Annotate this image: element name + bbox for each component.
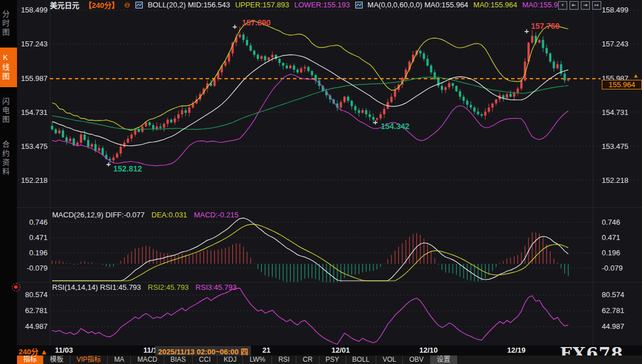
chart-plot-area[interactable] (0, 0, 642, 364)
price-axis-label: 158.499 (18, 6, 48, 14)
ma-indicator-icon[interactable] (355, 2, 363, 8)
macd-axis-label: 0.471 (602, 233, 639, 242)
macd-dea-label: DEA:0.031 (151, 211, 187, 219)
macd-pane-labels: MACD(26,12,9) DIFF:-0.077 DEA:0.031 MACD… (52, 211, 239, 219)
macd-diff-label: MACD(26,12,9) DIFF:-0.077 (52, 211, 144, 219)
time-label: 12/10 (419, 346, 438, 354)
price-up-arrow-icon: ▲ (633, 72, 639, 79)
toolbar-item-kdj[interactable]: KDJ (218, 356, 244, 364)
indicator-toolbar: 指标 模板 VIP指标 MA MACD BIAS CCI KDJ LW% RSI… (17, 356, 642, 364)
boll-lower-value: LOWER:155.193 (294, 1, 350, 9)
toolbar-item-indicator[interactable]: 指标 (17, 356, 44, 364)
toolbar-item-template[interactable]: 模板 (44, 356, 70, 364)
toolbar-item-vip-indicator[interactable]: VIP指标 (70, 356, 108, 364)
toolbar-item-cci[interactable]: CCI (193, 356, 218, 364)
toolbar-item-macd[interactable]: MACD (131, 356, 164, 364)
toolbar-item-bias[interactable]: BIAS (164, 356, 193, 364)
ma-value-yellow: MA0:155.964 (473, 1, 517, 9)
period-badge[interactable]: 【240分】 (84, 0, 119, 10)
toolbar-item-cr[interactable]: CR (296, 356, 319, 364)
symbol-title: 美元日元 (50, 0, 79, 10)
rsi-axis-label: 80.574 (18, 290, 48, 299)
period-up-arrow-icon: ▲ (40, 348, 48, 356)
extreme-marker-cross: + (373, 117, 378, 127)
price-axis-label: 155.987 (18, 74, 48, 83)
extreme-marker-cross: + (232, 22, 237, 31)
price-axis-label: 153.475 (18, 142, 48, 151)
crosshair-icon[interactable]: + (558, 1, 567, 10)
toolbar-item-ma[interactable]: MA (108, 356, 131, 364)
current-price-box: 155.964 (602, 80, 642, 89)
scale-right-icon[interactable]: ⇥ (581, 1, 590, 10)
ma-values: MA(0,0,0,60,0,0) MA0:155.964 (368, 1, 469, 9)
boll-indicator-icon[interactable] (135, 2, 143, 8)
macd-axis-label: 0.196 (602, 249, 639, 257)
price-axis-label: 157.243 (602, 40, 639, 48)
rsi3-label: RSI3:45.793 (195, 283, 236, 292)
macd-axis-label: 0.746 (602, 218, 639, 226)
price-axis-label: 152.218 (602, 176, 639, 185)
high-annotation: 157.890 (242, 18, 271, 27)
rsi2-label: RSI2:45.793 (148, 283, 189, 292)
low-annotation: 154.342 (381, 122, 410, 131)
rsi-axis-label: 80.574 (602, 290, 639, 299)
chart-window: 分时图 K线图 闪电图 合约资料 美元日元 【240分】 ⊖ BOLL(20,2… (0, 0, 642, 364)
sidebar-tab-timeline[interactable]: 分时图 (0, 5, 17, 43)
sidebar-tab-flash[interactable]: 闪电图 (0, 92, 17, 130)
header-tools: + ⇤ ⇥ ↦ (558, 1, 601, 10)
shift-right-icon[interactable]: ↦ (592, 1, 601, 10)
rsi-pane-labels: RSI(14,14,14) RSI1:45.793 RSI2:45.793 RS… (52, 283, 236, 292)
rsi-axis-label: 62.781 (18, 306, 48, 315)
extreme-marker-cross: + (524, 26, 529, 36)
low-annotation: 152.812 (113, 164, 142, 173)
macd-axis-label: -0.079 (18, 264, 48, 272)
toolbar-item-boll[interactable]: BOLL (346, 356, 377, 364)
toolbar-item-obv[interactable]: OBV (403, 356, 430, 364)
header-bar: 美元日元 【240分】 ⊖ BOLL(20,2) MID:156.543 UPP… (50, 0, 566, 10)
macd-axis-label: -0.079 (602, 264, 639, 272)
rsi1-label: RSI(14,14,14) RSI1:45.793 (52, 283, 141, 292)
price-axis-label: 158.499 (602, 6, 639, 14)
toolbar-item-settings[interactable]: 设置 (431, 356, 457, 364)
price-axis-label: 152.218 (18, 176, 48, 185)
macd-axis-label: 0.196 (18, 249, 48, 257)
rsi-axis-label: 44.987 (602, 322, 639, 331)
time-label: 12/19 (507, 346, 526, 354)
price-axis-label: 153.475 (602, 142, 639, 151)
live-indicator-dot (12, 283, 20, 292)
time-label: 21 (262, 346, 270, 354)
price-axis-label: 154.731 (18, 108, 48, 117)
extreme-marker-cross: + (106, 159, 111, 169)
sidebar-tab-kline[interactable]: K线图 (0, 48, 17, 87)
boll-values: BOLL(20,2) MID:156.543 (148, 1, 230, 9)
collapse-icon[interactable]: ⊖ (124, 1, 130, 9)
toolbar-item-lw[interactable]: LW% (243, 356, 272, 364)
sidebar: 分时图 K线图 闪电图 合约资料 (0, 0, 17, 364)
time-label: 12/01 (331, 346, 350, 354)
high-annotation: 157.760 (531, 22, 560, 31)
rsi-axis-label: 62.781 (602, 306, 639, 315)
boll-upper-value: UPPER:157.893 (235, 1, 289, 9)
price-axis-label: 154.731 (602, 108, 639, 117)
sidebar-tab-contract-info[interactable]: 合约资料 (0, 135, 17, 182)
macd-value-label: MACD:-0.215 (194, 211, 239, 219)
scale-left-icon[interactable]: ⇤ (569, 1, 579, 10)
time-label: 11/03 (55, 346, 73, 354)
macd-axis-label: 0.471 (18, 233, 48, 242)
rsi-axis-label: 44.987 (18, 322, 48, 331)
time-axis: 240分 ▲ 11/03 11/1 2025/11/13 02:00~06:00… (17, 345, 642, 356)
toolbar-item-vol[interactable]: VOL (376, 356, 403, 364)
toolbar-item-psy[interactable]: PSY (320, 356, 346, 364)
price-axis-label: 157.243 (18, 40, 48, 48)
toolbar-item-rsi[interactable]: RSI (272, 356, 296, 364)
macd-axis-label: 0.746 (18, 218, 48, 226)
